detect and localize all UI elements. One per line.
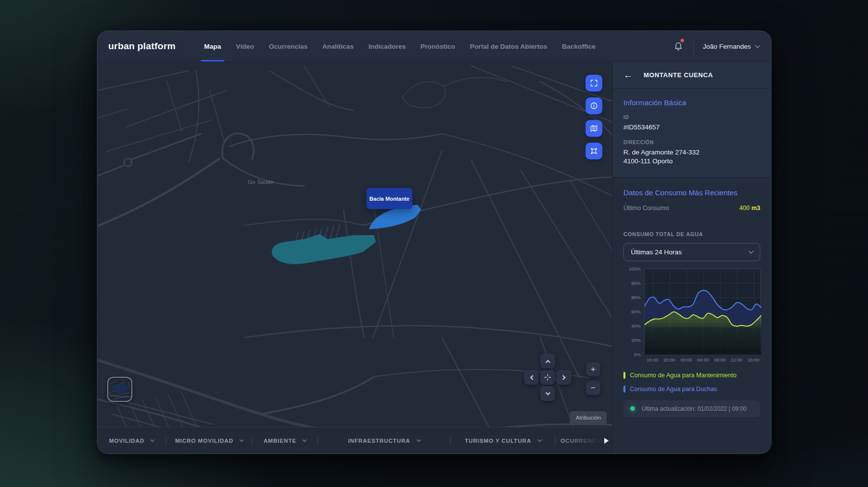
- nav-item-ocurrencias[interactable]: Ocurrencias: [269, 31, 308, 61]
- basic-info-section: Información Básica ID #ID5534657 DIRECCI…: [613, 89, 771, 178]
- map-tooltip[interactable]: Bacia Montante: [367, 188, 412, 209]
- consumption-heading: Datos de Consumo Más Recientes: [623, 188, 760, 197]
- map-zoom-controls: + −: [586, 362, 600, 395]
- legend-item-mantenimiento[interactable]: Consumo de Agua para Mantenimiento: [623, 372, 760, 379]
- legend-item-duchas[interactable]: Consumo de Agua para Duchas: [623, 386, 760, 393]
- user-menu[interactable]: João Fernandes: [703, 43, 759, 50]
- zoom-in-button[interactable]: +: [586, 362, 600, 376]
- pan-up-button[interactable]: [540, 354, 555, 368]
- header-right-cluster: João Fernandes: [672, 38, 759, 55]
- chart-legend: Consumo de Agua para Mantenimiento Consu…: [623, 372, 760, 393]
- id-field: ID #ID5534657: [623, 115, 760, 132]
- consumption-chart: 100% 90% 80% 60% 40% 20% 0% 16:00 20:00: [623, 269, 760, 367]
- category-turismo-cultura[interactable]: TURISMO Y CULTURA: [451, 427, 555, 454]
- nav-item-pronostico[interactable]: Pronóstico: [421, 31, 456, 61]
- last-update-status: Última actualización: 01/02/2022 | 09:00: [623, 400, 760, 417]
- chart-svg: [645, 269, 761, 355]
- chevron-left-icon: [530, 375, 535, 380]
- chevron-down-icon: [749, 249, 754, 254]
- map-tools: [586, 75, 602, 159]
- chevron-down-icon: [240, 438, 244, 442]
- nav-item-analiticas[interactable]: Analíticas: [322, 31, 354, 61]
- nav-item-mapa[interactable]: Mapa: [204, 31, 221, 61]
- category-ambiente[interactable]: AMBIENTE: [252, 427, 317, 454]
- chevron-right-icon: [560, 375, 565, 380]
- attribution-button[interactable]: Atribución: [570, 411, 607, 424]
- select-area-button[interactable]: [586, 143, 602, 159]
- nav-item-video[interactable]: Vídeo: [236, 31, 254, 61]
- category-label: MICRO MOVILIDAD: [175, 438, 233, 444]
- category-movilidad[interactable]: MOVILIDAD: [97, 427, 166, 454]
- minimap-preview: [108, 378, 132, 402]
- chevron-down-icon: [151, 438, 155, 442]
- fullscreen-button[interactable]: [586, 75, 602, 91]
- chevron-down-icon: [755, 43, 760, 48]
- category-label: MOVILIDAD: [109, 438, 145, 444]
- nav-item-portal-datos[interactable]: Portal de Datos Abiertos: [470, 31, 547, 61]
- category-bar: MOVILIDAD MICRO MOVILIDAD AMBIENTE INFRA…: [97, 427, 612, 454]
- nav-item-indicadores[interactable]: Indicadores: [369, 31, 406, 61]
- chevron-down-icon: [416, 438, 420, 442]
- crosshair-icon: [544, 373, 552, 381]
- detail-sidebar: ← MONTANTE CUENCA Información Básica ID …: [612, 62, 771, 454]
- status-dot-icon: [630, 406, 635, 411]
- top-header: urban platform Mapa Vídeo Ocurrencias An…: [97, 31, 771, 62]
- category-ocurrencias[interactable]: OCURRENCIAS: [556, 427, 612, 454]
- bell-icon: [673, 41, 683, 52]
- map-pan-controls: [523, 354, 573, 404]
- basic-info-heading: Información Básica: [623, 98, 760, 107]
- last-consumption-row: Último Consumo 400 m3: [623, 205, 760, 212]
- category-label: TURISMO Y CULTURA: [465, 438, 531, 444]
- category-infraestructura[interactable]: INFRAESTRUCTURA: [318, 427, 450, 454]
- legend-label: Consumo de Agua para Mantenimiento: [630, 372, 737, 379]
- time-range-select[interactable]: Últimas 24 Horas: [623, 243, 760, 261]
- info-icon: [589, 101, 598, 110]
- pan-down-button[interactable]: [540, 386, 555, 401]
- top-navigation: Mapa Vídeo Ocurrencias Analíticas Indica…: [204, 31, 595, 61]
- id-label: ID: [623, 115, 760, 120]
- notification-badge: [681, 39, 684, 42]
- map-area: Go Saúde Bacia Montante: [97, 62, 612, 454]
- map-icon: [589, 124, 598, 133]
- category-micro-movilidad[interactable]: MICRO MOVILIDAD: [166, 427, 252, 454]
- user-name: João Fernandes: [703, 43, 751, 50]
- recenter-button[interactable]: [540, 370, 555, 385]
- legend-label: Consumo de Agua para Duchas: [630, 386, 717, 393]
- chart-x-axis: 16:00 20:00 00:00 04:00 08:00 12:00 16:0…: [644, 357, 761, 367]
- address-line2: 4100-111 Oporto: [623, 157, 760, 166]
- legend-marker-green: [623, 372, 625, 379]
- last-consumption-value: 400 m3: [740, 205, 760, 212]
- basin-teal-polygon: [272, 234, 376, 264]
- app-logo[interactable]: urban platform: [108, 41, 176, 52]
- address-line1: R. de Agramonte 274-332: [623, 148, 760, 157]
- category-label: AMBIENTE: [264, 438, 296, 444]
- address-label: DIRECCIÓN: [623, 140, 760, 145]
- category-label: INFRAESTRUCTURA: [348, 438, 410, 444]
- app-window: urban platform Mapa Vídeo Ocurrencias An…: [97, 31, 771, 454]
- header-divider: [693, 38, 694, 55]
- time-range-value: Últimas 24 Horas: [631, 248, 682, 256]
- chevron-down-icon: [545, 390, 550, 395]
- fullscreen-icon: [589, 79, 598, 88]
- info-button[interactable]: [586, 97, 602, 114]
- pan-left-button[interactable]: [524, 370, 539, 385]
- back-button[interactable]: ←: [623, 70, 633, 80]
- chevron-up-icon: [545, 360, 550, 365]
- chart-y-axis: 100% 90% 80% 60% 40% 20% 0%: [623, 269, 644, 354]
- status-text: Última actualización: 01/02/2022 | 09:00: [642, 405, 746, 412]
- consumption-section: Datos de Consumo Más Recientes Último Co…: [613, 178, 771, 212]
- last-consumption-label: Último Consumo: [623, 205, 669, 212]
- notifications-button[interactable]: [672, 40, 684, 53]
- chart-plot-area[interactable]: [644, 269, 761, 354]
- scroll-right-icon[interactable]: [604, 438, 609, 444]
- transform-frame-icon: [589, 147, 598, 155]
- category-label: OCURRENCIAS: [560, 438, 607, 444]
- zoom-out-button[interactable]: −: [586, 381, 600, 395]
- layers-map-button[interactable]: [586, 120, 602, 137]
- chevron-down-icon: [537, 438, 541, 442]
- id-value: #ID5534657: [623, 123, 760, 132]
- sidebar-title: MONTANTE CUENCA: [644, 71, 713, 79]
- minimap[interactable]: [107, 377, 132, 402]
- nav-item-backoffice[interactable]: Backoffice: [562, 31, 595, 61]
- pan-right-button[interactable]: [557, 370, 571, 385]
